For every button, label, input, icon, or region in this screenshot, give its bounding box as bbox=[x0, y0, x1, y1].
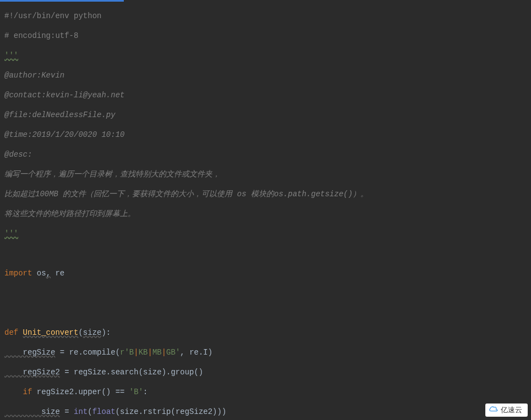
docstring-desc-2a: 比如超过 bbox=[4, 190, 35, 198]
var-regsize2: regSize2 bbox=[4, 368, 60, 377]
paren-close: ): bbox=[101, 328, 111, 337]
regex-pipe: | bbox=[147, 348, 152, 357]
docstring-desc-2f: os.path.getsize() bbox=[274, 190, 353, 198]
shebang-line: #!/usr/bin/env python bbox=[4, 12, 101, 20]
regex-mb: MB bbox=[152, 348, 162, 357]
encoding-line: # encoding:utf-8 bbox=[4, 31, 78, 40]
int-builtin: int bbox=[74, 407, 87, 416]
code-text: regSize2.upper() == bbox=[32, 388, 129, 396]
paren-open: ( bbox=[78, 328, 83, 337]
colon: : bbox=[143, 388, 147, 396]
docstring-author: @author:Kevin bbox=[4, 71, 64, 80]
docstring-open: ''' bbox=[4, 51, 18, 60]
import-comma: , bbox=[46, 269, 51, 278]
docstring-desc-3: 将这些文件的绝对路径打印到屏幕上。 bbox=[4, 209, 135, 218]
param-size: size bbox=[83, 328, 102, 337]
paren: ( bbox=[87, 407, 92, 416]
float-builtin: float bbox=[92, 407, 116, 416]
code-text: = bbox=[60, 407, 74, 416]
import-os: os bbox=[32, 269, 46, 278]
docstring-desc-2d: os bbox=[237, 190, 251, 198]
docstring-file: @file:delNeedlessFile.py bbox=[4, 110, 116, 119]
watermark-text: 亿速云 bbox=[501, 405, 522, 415]
code-text: = regSize.search(size).group() bbox=[60, 368, 203, 377]
docstring-desc-2c: 的文件（回忆一下，要获得文件的大小，可以使用 bbox=[63, 190, 237, 198]
var-size: size bbox=[4, 407, 60, 416]
docstring-desc-2g: ）。 bbox=[353, 190, 368, 198]
docstring-close: ''' bbox=[4, 229, 18, 238]
code-text: = re.compile( bbox=[55, 348, 120, 357]
import-keyword: import bbox=[4, 269, 32, 278]
def-keyword: def bbox=[4, 328, 23, 337]
code-text: (size.rstrip(regSize2))) bbox=[116, 407, 227, 416]
code-text: , re.I) bbox=[180, 348, 212, 357]
docstring-time: @time:2019/1/20/0020 10:10 bbox=[4, 130, 124, 139]
var-regsize: regSize bbox=[4, 348, 55, 357]
code-editor[interactable]: #!/usr/bin/env python # encoding:utf-8 '… bbox=[0, 0, 531, 420]
docstring-desc-1: 编写一个程序，遍历一个目录树，查找特别大的文件或文件夹， bbox=[4, 170, 220, 179]
fn-unit-convert: Unit_convert bbox=[23, 328, 79, 337]
docstring-desc-2e: 模块的 bbox=[251, 190, 274, 198]
regex-pipe: | bbox=[162, 348, 166, 357]
regex-pipe: | bbox=[134, 348, 138, 357]
string-b: 'B' bbox=[129, 388, 143, 396]
watermark-badge: 亿速云 bbox=[485, 404, 528, 417]
if-keyword: if bbox=[23, 388, 32, 396]
import-re: re bbox=[51, 269, 64, 278]
regex-string: r'B bbox=[120, 348, 134, 357]
docstring-desc-label: @desc: bbox=[4, 150, 32, 159]
cloud-icon bbox=[489, 405, 499, 413]
regex-gb: GB bbox=[166, 348, 176, 357]
regex-kb: KB bbox=[139, 348, 148, 357]
docstring-desc-2b: 100MB bbox=[35, 190, 63, 198]
docstring-contact: @contact:kevin-li@yeah.net bbox=[4, 91, 124, 100]
